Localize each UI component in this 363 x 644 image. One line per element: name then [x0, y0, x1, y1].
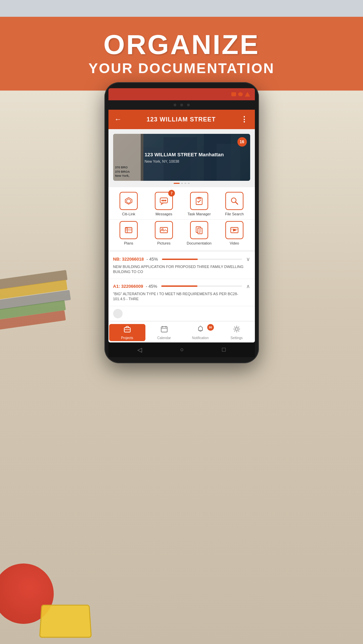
task-manager-label: Task Manager — [187, 212, 211, 216]
permit-1-id[interactable]: NB: 322066018 — [113, 257, 144, 262]
permit-row-2[interactable]: A1: 322066009 - 45% ∧ "BIG" ALTERATION T… — [108, 279, 255, 306]
home-system-btn[interactable]: ○ — [180, 346, 184, 353]
property-image[interactable]: 370 BRO 370 BROA New York, 123 WILLIAM S… — [113, 134, 250, 181]
messages-svg — [159, 196, 169, 206]
promo-banner: ORGANIZE YOUR DOCUMENTATION — [0, 17, 363, 91]
citi-link-item[interactable]: Citi-Link — [112, 192, 146, 216]
permit-row-1[interactable]: NB: 322066018 - 45% ∨ NEW BUILDING APPLI… — [108, 252, 255, 279]
svg-rect-23 — [161, 327, 167, 332]
status-icon-2 — [238, 92, 243, 96]
documentation-item[interactable]: Documentation — [182, 221, 216, 245]
video-item[interactable]: Video — [218, 221, 252, 245]
pictures-label: Pictures — [157, 241, 171, 245]
nav-item-notification[interactable]: 30 Notification — [182, 324, 219, 341]
svg-marker-1 — [127, 199, 131, 203]
plans-icon — [120, 221, 138, 239]
phone-device: ← 123 WILLIAM STREET ⋮ — [104, 82, 259, 363]
permit-2-percent: - 45% — [146, 284, 157, 289]
briefcase-svg — [124, 325, 131, 333]
file-search-label: File Search — [225, 212, 244, 216]
messages-badge: 7 — [168, 190, 175, 197]
app-header: ← 123 WILLIAM STREET ⋮ — [108, 110, 255, 129]
notch-dot-3 — [187, 104, 190, 106]
nav-item-settings[interactable]: Settings — [219, 324, 255, 341]
permit-2-description: "BIG" ALTERATION TYPE I TO MEET NB REQUI… — [113, 291, 250, 302]
nav-item-projects[interactable]: Projects — [109, 324, 145, 341]
permit-1-chevron[interactable]: ∨ — [246, 256, 250, 262]
bottom-navigation: Projects Calendar — [108, 321, 255, 342]
dot-3 — [188, 183, 190, 184]
nav-item-calendar[interactable]: Calendar — [146, 324, 182, 341]
messages-label: Messages — [155, 212, 172, 216]
banner-subtitle: YOUR DOCUMENTATION — [88, 60, 274, 76]
file-search-icon — [225, 192, 243, 210]
messages-item[interactable]: 7 Messages — [147, 192, 181, 216]
plans-svg — [124, 225, 133, 235]
dot-2 — [184, 183, 186, 184]
phone-status-bar — [108, 88, 255, 100]
permit-2-header: A1: 322066009 - 45% ∧ — [113, 283, 250, 289]
svg-rect-11 — [160, 227, 168, 233]
phone-notch — [108, 100, 255, 110]
svg-point-27 — [235, 328, 238, 330]
property-info-overlay: 123 WILLIAM STREET Manhattan New York, N… — [141, 134, 250, 181]
documentation-svg — [194, 225, 204, 235]
permit-1-description: NEW BUILDING APPLICATION FOR PROPOSED TH… — [113, 264, 250, 275]
recents-system-btn[interactable]: □ — [222, 346, 226, 353]
image-count-badge: 16 — [237, 137, 247, 147]
notification-icon — [197, 325, 204, 335]
permit-2-id[interactable]: A1: 322066009 — [113, 284, 143, 289]
permit-1-percent: - 45% — [146, 257, 158, 262]
documentation-icon — [190, 221, 208, 239]
menu-button[interactable]: ⋮ — [240, 115, 248, 124]
task-manager-item[interactable]: Task Manager — [182, 192, 216, 216]
gear-svg — [233, 325, 240, 333]
calendar-svg — [161, 325, 168, 333]
citi-link-svg — [124, 196, 133, 206]
notification-label: Notification — [192, 336, 209, 340]
calendar-icon — [161, 325, 168, 335]
plans-item[interactable]: Plans — [112, 221, 146, 245]
back-button[interactable]: ← — [115, 115, 122, 124]
pictures-svg — [159, 225, 169, 235]
permit-1-progress-bar — [162, 259, 242, 260]
settings-label: Settings — [230, 336, 242, 340]
task-manager-svg — [194, 196, 204, 206]
pictures-item[interactable]: Pictures — [147, 221, 181, 245]
bell-svg — [197, 325, 204, 333]
svg-line-9 — [235, 202, 238, 204]
citi-link-icon — [120, 192, 138, 210]
permits-section: NB: 322066018 - 45% ∨ NEW BUILDING APPLI… — [108, 252, 255, 321]
icons-row-1: Citi-Link 7 Me — [108, 187, 255, 219]
pictures-icon — [155, 221, 173, 239]
task-manager-icon — [190, 192, 208, 210]
permit-2-chevron[interactable]: ∧ — [246, 283, 250, 289]
svg-marker-19 — [233, 229, 236, 231]
permit-2-progress-bar — [161, 285, 242, 287]
citi-link-label: Citi-Link — [122, 212, 135, 216]
yellow-decoration — [39, 605, 92, 638]
projects-icon — [124, 325, 131, 335]
left-image-overlay: 370 BRO 370 BROA New York, — [113, 134, 143, 181]
video-label: Video — [230, 241, 239, 245]
dot-1 — [181, 183, 183, 184]
back-system-btn[interactable]: ◁ — [137, 346, 142, 354]
projects-label: Projects — [121, 336, 133, 340]
phone-system-bar: ◁ ○ □ — [108, 342, 255, 357]
svg-rect-10 — [125, 227, 132, 233]
documentation-label: Documentation — [187, 241, 212, 245]
property-section: 370 BRO 370 BROA New York, 123 WILLIAM S… — [108, 129, 255, 187]
page-title: 123 WILLIAM STREET — [146, 116, 216, 123]
plans-label: Plans — [124, 241, 133, 245]
overlay-text-3: New York, — [115, 174, 141, 178]
app-screen: ← 123 WILLIAM STREET ⋮ — [108, 110, 255, 342]
notification-badge: 30 — [207, 324, 214, 331]
svg-point-4 — [164, 200, 165, 201]
icons-row-2: Plans Pictures — [108, 219, 255, 250]
phone-body: ← 123 WILLIAM STREET ⋮ — [104, 82, 259, 363]
permit-3-avatar — [113, 309, 123, 318]
file-search-svg — [230, 196, 239, 206]
messages-icon: 7 — [155, 192, 173, 210]
file-search-item[interactable]: File Search — [218, 192, 252, 216]
notch-dot-1 — [174, 104, 176, 106]
